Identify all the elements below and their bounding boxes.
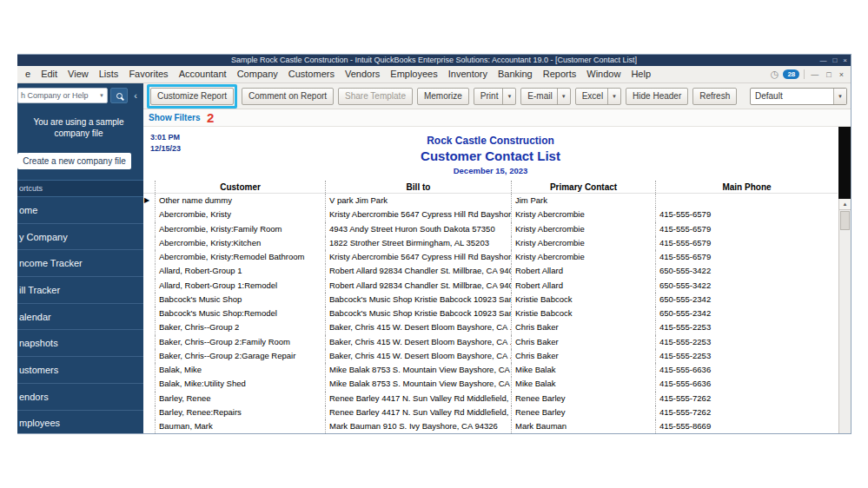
sidebar-item-home[interactable]: ome [17, 197, 143, 224]
table-row[interactable]: Barley, Renee:RepairsRenee Barley 4417 N… [143, 406, 838, 419]
sidebar-collapse-icon[interactable]: ‹ [130, 88, 141, 103]
notice-line-2: company file [17, 128, 140, 139]
table-row[interactable]: Abercrombie, KristyKristy Abercrombie 56… [143, 208, 838, 221]
report-pane: Customize Report Comment on Report Share… [143, 83, 851, 433]
sidebar-item-snapshots[interactable]: napshots [17, 330, 143, 357]
table-row[interactable]: Baker, Chris--Group 2:Garage RepairBaker… [143, 349, 838, 363]
show-filters-link[interactable]: Show Filters [149, 113, 200, 122]
child-restore-icon[interactable]: □ [825, 70, 832, 79]
primary-contact-cell: Chris Baker [512, 320, 656, 334]
report-toolbar: Customize Report Comment on Report Share… [143, 83, 851, 109]
menu-item-window[interactable]: Window [581, 66, 626, 82]
primary-contact-cell: Renee Barley [512, 406, 656, 419]
primary-contact-cell: Chris Baker [512, 349, 656, 363]
child-minimize-icon[interactable]: — [809, 70, 820, 79]
main-phone-cell: 650-555-2342 [656, 293, 838, 307]
table-row[interactable]: Abercrombie, Kristy:Remodel BathroomKris… [143, 250, 838, 264]
bill-to-cell: Mike Balak 8753 S. Mountain View Bayshor… [326, 363, 512, 377]
bill-to-cell: Mike Balak 8753 S. Mountain View Bayshor… [326, 377, 512, 391]
email-button[interactable]: E-mail ▼ [520, 88, 570, 105]
menu-item-edit[interactable]: Edit [36, 66, 63, 82]
table-row[interactable]: Allard, Robert-Group 1Robert Allard 9283… [143, 264, 838, 278]
minimize-icon[interactable]: — [819, 55, 826, 66]
customer-cell: Allard, Robert-Group 1:Remodel [156, 279, 326, 293]
sidebar-item-vendors[interactable]: endors [17, 384, 143, 411]
print-button[interactable]: Print ▼ [474, 88, 517, 105]
menu-item-employees[interactable]: Employees [385, 66, 442, 82]
menu-items: eEditViewListsFavoritesAccountantCompany… [20, 66, 656, 82]
search-combo-dropdown-icon[interactable]: ▼ [97, 93, 104, 98]
table-row[interactable]: Balak, MikeMike Balak 8753 S. Mountain V… [143, 363, 838, 377]
sidebar-item-employees[interactable]: mployees [17, 411, 143, 434]
primary-contact-cell: Robert Allard [512, 279, 656, 293]
main-phone-cell: 650-555-3422 [656, 264, 838, 278]
table-row[interactable]: Allard, Robert-Group 1:RemodelRobert All… [143, 279, 838, 293]
scroll-up-icon[interactable]: ▲ [839, 199, 851, 210]
menu-item-reports[interactable]: Reports [538, 66, 582, 82]
menu-item-banking[interactable]: Banking [493, 66, 538, 82]
annotation-step-number: 2 [207, 110, 214, 125]
customize-report-button[interactable]: Customize Report [150, 88, 234, 105]
customer-cell: Barley, Renee [156, 392, 326, 406]
main-phone-cell: 415-555-8669 [656, 419, 838, 433]
memorize-button[interactable]: Memorize [417, 88, 469, 105]
scrollbar-thumb[interactable] [840, 211, 850, 230]
table-row[interactable]: Balak, Mike:Utility ShedMike Balak 8753 … [143, 377, 838, 391]
menu-item-company[interactable]: Company [232, 66, 283, 82]
sidebar-item-customers[interactable]: ustomers [17, 357, 143, 384]
table-row[interactable]: Abercrombie, Kristy:Family Room4943 Andy… [143, 222, 838, 236]
table-row[interactable]: Abercrombie, Kristy:Kitchen1822 Strother… [143, 236, 838, 250]
row-selector-arrow [143, 208, 156, 221]
customer-cell: Babcock's Music Shop [156, 293, 326, 307]
report-view-dropdown-icon[interactable]: ▼ [833, 89, 846, 104]
comment-on-report-button[interactable]: Comment on Report [242, 88, 334, 105]
table-row[interactable]: Babcock's Music Shop:RemodelBabcock's Mu… [143, 307, 838, 320]
table-row[interactable]: Bauman, MarkMark Bauman 910 S. Ivy Baysh… [143, 419, 838, 433]
report-view-select[interactable]: Default ▼ [750, 88, 847, 105]
alerts-count-badge[interactable]: 28 [783, 69, 799, 79]
primary-contact-cell: Chris Baker [512, 335, 656, 349]
menu-item-file[interactable]: e [20, 66, 36, 82]
sidebar-item-income-tracker[interactable]: ncome Tracker [17, 250, 143, 277]
excel-dropdown-icon[interactable]: ▼ [607, 89, 620, 104]
customer-cell: Abercrombie, Kristy:Remodel Bathroom [156, 250, 326, 264]
bill-to-cell: Babcock's Music Shop Kristie Babcock 109… [326, 307, 512, 320]
menu-item-lists[interactable]: Lists [94, 66, 124, 82]
table-row[interactable]: ▶Other name dummyV park Jim ParkJim Park [143, 194, 838, 208]
primary-contact-cell: Mike Balak [512, 377, 656, 391]
sidebar-item-bill-tracker[interactable]: ill Tracker [17, 277, 143, 304]
vertical-scrollbar[interactable]: ▲ [838, 199, 851, 433]
hide-header-button[interactable]: Hide Header [626, 88, 688, 105]
customer-cell: Abercrombie, Kristy:Kitchen [156, 236, 326, 250]
bill-to-cell: 4943 Andy Street Huron South Dakota 5735… [326, 222, 512, 236]
refresh-button[interactable]: Refresh [692, 88, 737, 105]
menu-item-vendors[interactable]: Vendors [340, 66, 385, 82]
menubar-divider [804, 69, 805, 79]
search-company-combobox[interactable]: h Company or Help ▼ [17, 88, 108, 103]
child-close-icon[interactable]: × [838, 70, 845, 79]
reminders-clock-icon[interactable]: ◷ [771, 69, 779, 80]
menu-item-inventory[interactable]: Inventory [443, 66, 493, 82]
restore-icon[interactable]: □ [832, 55, 837, 66]
menu-item-view[interactable]: View [63, 66, 94, 82]
table-row[interactable]: Baker, Chris--Group 2:Family RoomBaker, … [143, 335, 838, 349]
customer-cell: Babcock's Music Shop:Remodel [156, 307, 326, 320]
create-company-file-button[interactable]: Create a new company file [17, 153, 131, 169]
print-dropdown-icon[interactable]: ▼ [502, 89, 515, 104]
sidebar-item-calendar[interactable]: alendar [17, 304, 143, 331]
menu-bar: eEditViewListsFavoritesAccountantCompany… [17, 66, 851, 83]
sidebar-item-my-company[interactable]: y Company [17, 224, 143, 251]
menu-item-help[interactable]: Help [626, 66, 656, 82]
table-row[interactable]: Babcock's Music ShopBabcock's Music Shop… [143, 293, 838, 307]
menu-item-favorites[interactable]: Favorites [123, 66, 173, 82]
table-row[interactable]: Barley, ReneeRenee Barley 4417 N. Sun Va… [143, 392, 838, 406]
table-row[interactable]: Baker, Chris--Group 2Baker, Chris 415 W.… [143, 320, 838, 334]
excel-button[interactable]: Excel ▼ [575, 88, 621, 105]
menu-item-accountant[interactable]: Accountant [174, 66, 232, 82]
menu-item-customers[interactable]: Customers [283, 66, 340, 82]
search-button[interactable] [110, 88, 128, 103]
close-icon[interactable]: × [843, 55, 847, 66]
bill-to-cell: Kristy Abercrombie 5647 Cypress Hill Rd … [326, 208, 512, 221]
email-dropdown-icon[interactable]: ▼ [557, 89, 570, 104]
column-header-main-phone: Main Phone [656, 181, 838, 193]
